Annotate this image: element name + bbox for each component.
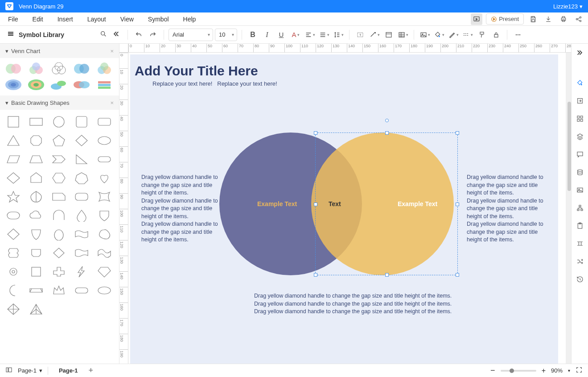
menu-file[interactable]: File xyxy=(4,14,23,25)
page-canvas[interactable]: Add Your Title Here Replace your text he… xyxy=(130,54,558,364)
shape-docbox[interactable] xyxy=(26,263,46,280)
zoom-thumb[interactable] xyxy=(510,369,514,373)
venn-label-center[interactable]: Text xyxy=(329,200,341,207)
add-page-icon[interactable]: + xyxy=(89,366,94,375)
shape-drop[interactable] xyxy=(72,207,91,224)
image-panel-icon[interactable] xyxy=(575,185,585,195)
menu-layout[interactable]: Layout xyxy=(83,14,111,25)
shape-shield2[interactable] xyxy=(26,226,46,243)
italic-button[interactable]: I xyxy=(261,29,273,41)
comment-panel-icon[interactable] xyxy=(575,149,585,160)
slideshow-icon-button[interactable] xyxy=(471,13,482,25)
shape-triangle[interactable] xyxy=(4,132,23,149)
shape-pentagon2[interactable] xyxy=(26,170,46,186)
chevron-down-icon[interactable]: ▾ xyxy=(568,368,570,373)
page-title[interactable]: Add Your Title Here xyxy=(135,63,258,79)
side-text-left[interactable]: Drag yellow diamond handle to change the… xyxy=(141,174,219,244)
sitemap-panel-icon[interactable] xyxy=(575,203,585,213)
history-panel-icon[interactable] xyxy=(575,274,585,285)
shape-rounded3[interactable] xyxy=(4,207,23,224)
connector-button[interactable] xyxy=(368,29,381,41)
venn-3-color[interactable] xyxy=(26,62,46,76)
shape-crown[interactable] xyxy=(49,282,69,299)
layers-panel-icon[interactable] xyxy=(575,131,585,142)
more-button[interactable] xyxy=(512,29,524,41)
align-h-button[interactable] xyxy=(304,29,316,41)
font-color-button[interactable]: A xyxy=(289,29,302,41)
shape-badge[interactable] xyxy=(26,244,46,261)
container-button[interactable] xyxy=(382,29,395,41)
align-panel-icon[interactable] xyxy=(575,238,585,249)
format-painter-button[interactable] xyxy=(476,29,488,41)
venn-bubbles[interactable] xyxy=(49,78,69,92)
shape-tri-right[interactable] xyxy=(72,151,91,168)
shape-chevron[interactable] xyxy=(49,151,69,168)
align-v-button[interactable] xyxy=(318,29,330,41)
rotate-handle[interactable] xyxy=(385,119,389,122)
search-icon[interactable] xyxy=(100,30,107,39)
menu-help[interactable]: Help xyxy=(179,14,201,25)
shape-gem[interactable] xyxy=(95,263,114,280)
export-panel-icon[interactable] xyxy=(575,95,585,106)
shape-hexagon[interactable] xyxy=(49,170,69,186)
canvas-scroll[interactable]: Add Your Title Here Replace your text he… xyxy=(128,53,566,364)
shape-octagon[interactable] xyxy=(26,132,46,149)
vertical-scrollbar[interactable] xyxy=(567,102,571,191)
side-text-right[interactable]: Drag yellow diamond handle to change the… xyxy=(467,174,545,244)
fill-panel-icon[interactable] xyxy=(575,78,585,88)
shape-cross-diag[interactable] xyxy=(4,301,23,318)
outline-icon[interactable] xyxy=(5,366,12,375)
shape-blob[interactable] xyxy=(95,226,114,243)
shape-rounded-rect[interactable] xyxy=(95,113,114,130)
shape-wave[interactable] xyxy=(95,244,114,261)
shape-oval2[interactable] xyxy=(95,282,114,299)
shape-rhombus[interactable] xyxy=(4,170,23,186)
zoom-slider[interactable] xyxy=(501,370,536,372)
shape-cloud[interactable] xyxy=(26,207,46,224)
font-family-select[interactable]: Arial xyxy=(169,29,213,41)
shape-trapezoid[interactable] xyxy=(26,151,46,168)
shape-teardrop[interactable] xyxy=(26,188,46,205)
share-icon-button[interactable] xyxy=(573,13,584,25)
download-icon-button[interactable] xyxy=(543,13,554,25)
line-height-button[interactable] xyxy=(332,29,345,41)
undo-button[interactable] xyxy=(132,29,145,41)
menu-insert[interactable]: Insert xyxy=(53,14,78,25)
lock-button[interactable] xyxy=(490,29,502,41)
menu-view[interactable]: View xyxy=(116,14,138,25)
bottom-text[interactable]: Drag yellow diamond handle to change the… xyxy=(254,292,452,316)
shape-gear[interactable] xyxy=(4,263,23,280)
table-button[interactable] xyxy=(397,29,409,41)
venn-2-color[interactable] xyxy=(4,62,23,76)
shape-cross[interactable] xyxy=(49,263,69,280)
shape-star[interactable] xyxy=(4,188,23,205)
shape-square[interactable] xyxy=(4,113,23,130)
present-button[interactable]: Present xyxy=(486,13,524,25)
line-style-button[interactable] xyxy=(461,29,474,41)
fullscreen-icon[interactable] xyxy=(576,366,583,375)
shape-pentagon[interactable] xyxy=(49,132,69,149)
menu-edit[interactable]: Edit xyxy=(28,14,48,25)
venn-diagram[interactable]: Example Text Text Example Text xyxy=(219,133,460,275)
venn-label-left[interactable]: Example Text xyxy=(257,200,297,207)
shape-egg[interactable] xyxy=(49,226,69,243)
venn-label-right[interactable]: Example Text xyxy=(398,200,437,207)
shape-rect[interactable] xyxy=(26,113,46,130)
shape-diamond2[interactable] xyxy=(4,226,23,243)
shuffle-panel-icon[interactable] xyxy=(575,256,585,267)
shape-round-rect2[interactable] xyxy=(72,188,91,205)
close-icon[interactable]: × xyxy=(110,99,114,106)
shape-plaque[interactable] xyxy=(4,244,23,261)
shape-tri-split[interactable] xyxy=(26,301,46,318)
user-menu[interactable]: Lizzie123 ▾ xyxy=(553,3,583,10)
text-box-button[interactable]: T xyxy=(354,29,366,41)
shape-diamond[interactable] xyxy=(72,132,91,149)
shape-ribbon[interactable] xyxy=(26,282,46,299)
venn-concentric[interactable] xyxy=(4,78,23,92)
fill-button[interactable] xyxy=(433,29,445,41)
collapse-icon[interactable] xyxy=(112,30,119,39)
shape-diamond3[interactable] xyxy=(49,244,69,261)
shape-circle[interactable] xyxy=(49,113,69,130)
shape-rounded-sq[interactable] xyxy=(72,113,91,130)
shape-moon[interactable] xyxy=(4,282,23,299)
